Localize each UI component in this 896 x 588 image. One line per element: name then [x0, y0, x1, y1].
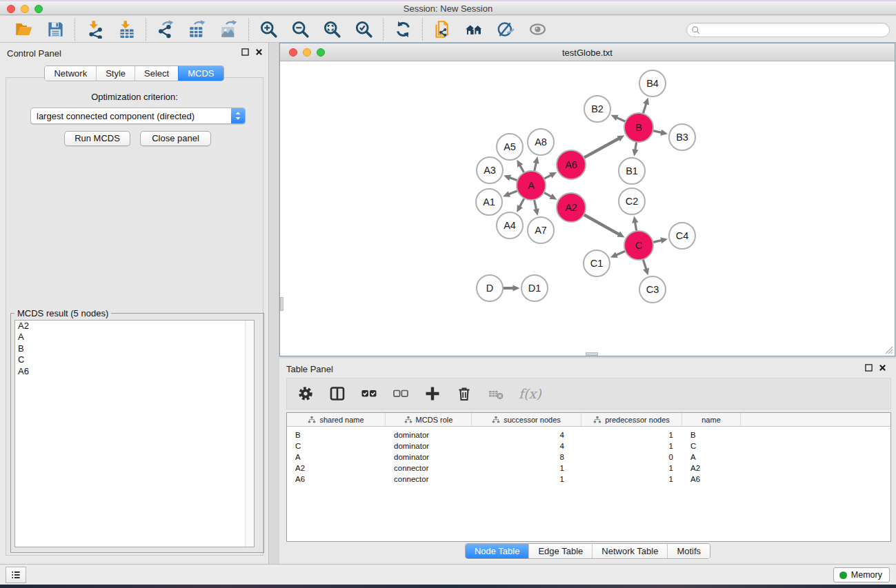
bottom-panel-grip[interactable] — [586, 352, 598, 356]
zoom-out-icon[interactable] — [289, 18, 311, 40]
export-table-icon[interactable] — [186, 18, 208, 40]
zoom-fit-icon[interactable] — [321, 18, 343, 40]
criterion-dropdown[interactable]: largest connected component (directed) — [30, 108, 246, 124]
hide-graphics-details-icon[interactable] — [495, 18, 517, 40]
table-cell[interactable]: A — [682, 453, 741, 461]
table-cell[interactable]: C — [682, 442, 741, 450]
edge-B-B4[interactable] — [644, 103, 646, 112]
node-label-B: B — [635, 122, 642, 133]
table-cell[interactable]: 1 — [581, 442, 682, 450]
table-cell[interactable]: C — [287, 442, 386, 450]
table-tab-edge-table[interactable]: Edge Table — [528, 544, 592, 558]
table-cell[interactable]: dominator — [386, 431, 472, 439]
table-cell[interactable]: dominator — [386, 453, 472, 461]
table-settings-gear-icon[interactable] — [297, 385, 315, 403]
table-close-panel-icon[interactable] — [879, 364, 886, 372]
show-graphics-details-icon[interactable] — [526, 18, 548, 40]
result-list-scrollbar[interactable] — [245, 321, 254, 547]
edge-A-A1[interactable] — [508, 191, 517, 194]
select-all-rows-icon[interactable] — [360, 385, 378, 403]
table-cell[interactable]: B — [287, 431, 386, 439]
float-panel-icon[interactable] — [241, 48, 249, 56]
table-cell[interactable]: A6 — [287, 475, 386, 483]
network-window-titlebar[interactable]: testGlobe.txt — [280, 43, 895, 61]
edge-A-A4[interactable] — [519, 199, 524, 207]
table-cell[interactable]: B — [682, 431, 741, 439]
table-cell[interactable]: 1 — [581, 475, 682, 483]
window-resize-grip[interactable] — [884, 345, 893, 354]
left-panel-grip[interactable] — [280, 297, 283, 311]
column-header-predecessor-nodes[interactable]: predecessor nodes — [581, 413, 682, 426]
table-row[interactable]: Cdominator41C — [287, 440, 890, 452]
table-float-panel-icon[interactable] — [865, 364, 873, 372]
export-network-icon[interactable] — [155, 18, 177, 40]
table-cell[interactable]: A6 — [682, 475, 741, 483]
memory-button[interactable]: Memory — [833, 567, 890, 582]
table-cell[interactable]: 4 — [472, 442, 581, 450]
delete-column-icon[interactable] — [487, 385, 505, 403]
run-mcds-button[interactable]: Run MCDS — [64, 131, 130, 146]
close-panel-icon[interactable] — [255, 48, 263, 56]
table-cell[interactable]: 1 — [472, 464, 581, 472]
search-input[interactable] — [701, 25, 889, 36]
table-cell[interactable]: 4 — [472, 431, 581, 439]
column-header-shared-name[interactable]: shared name — [287, 413, 386, 426]
column-visibility-icon[interactable] — [328, 385, 346, 403]
edge-C-C3[interactable] — [644, 260, 646, 270]
edge-A-A7[interactable] — [535, 201, 537, 210]
table-cell[interactable]: dominator — [386, 442, 472, 450]
table-cell[interactable]: 0 — [581, 453, 682, 461]
table-cell[interactable]: 1 — [472, 475, 581, 483]
add-column-icon[interactable] — [424, 385, 441, 403]
network-canvas[interactable]: B4B2BB3A5A8A6A3B1AA1C2A2A4A7C4CC1DD1C3 — [280, 62, 895, 356]
column-header-successor-nodes[interactable]: successor nodes — [472, 413, 581, 426]
edge-C-C1[interactable] — [615, 252, 624, 256]
edge-B-B2[interactable] — [616, 117, 625, 121]
result-item[interactable]: A — [15, 332, 254, 343]
edge-A2-C[interactable] — [585, 215, 620, 235]
tab-network[interactable]: Network — [45, 66, 96, 81]
result-item[interactable]: C — [15, 354, 254, 365]
table-cell[interactable]: connector — [386, 464, 472, 472]
table-tab-motifs[interactable]: Motifs — [667, 544, 710, 558]
table-tab-node-table[interactable]: Node Table — [466, 544, 529, 558]
close-panel-button[interactable]: Close panel — [140, 131, 211, 146]
refresh-view-icon[interactable] — [392, 18, 414, 40]
function-builder-fx-icon[interactable]: f(x) — [519, 385, 541, 403]
result-item[interactable]: A2 — [15, 321, 254, 332]
table-row[interactable]: A2connector11A2 — [287, 463, 890, 474]
open-session-icon[interactable] — [12, 18, 34, 40]
table-cell[interactable]: 1 — [581, 431, 682, 439]
result-item[interactable]: A6 — [15, 366, 254, 377]
result-item[interactable]: B — [15, 343, 254, 354]
table-tab-network-table[interactable]: Network Table — [592, 544, 667, 558]
delete-rows-trash-icon[interactable] — [455, 385, 473, 403]
import-table-icon[interactable] — [115, 18, 137, 40]
table-row[interactable]: Bdominator41B — [287, 429, 890, 440]
table-cell[interactable]: connector — [386, 475, 472, 483]
export-image-icon[interactable] — [218, 18, 240, 40]
save-session-icon[interactable] — [44, 18, 66, 40]
table-row[interactable]: A6connector11A6 — [287, 474, 890, 485]
table-cell[interactable]: A2 — [287, 464, 386, 472]
zoom-selected-icon[interactable] — [352, 18, 375, 40]
table-cell[interactable]: A — [287, 453, 386, 461]
table-cell[interactable]: 8 — [472, 453, 581, 461]
column-header-MCDS-role[interactable]: MCDS role — [386, 413, 472, 426]
table-cell[interactable]: A2 — [682, 464, 741, 472]
task-history-button[interactable] — [6, 567, 26, 583]
tab-mcds[interactable]: MCDS — [178, 66, 223, 81]
tab-style[interactable]: Style — [96, 66, 135, 81]
import-network-icon[interactable] — [83, 18, 106, 40]
zoom-in-icon[interactable] — [257, 18, 279, 40]
new-network-from-selection-icon[interactable] — [431, 18, 453, 40]
cybrowser-home-icon[interactable] — [463, 18, 485, 40]
table-cell[interactable]: 1 — [581, 464, 682, 472]
deselect-all-rows-icon[interactable] — [392, 385, 410, 403]
column-header-name[interactable]: name — [682, 413, 741, 426]
table-row[interactable]: Adominator80A — [287, 452, 890, 463]
search-field[interactable] — [686, 23, 890, 37]
mcds-result-list[interactable]: A2ABCA6 — [14, 320, 255, 547]
edge-A6-B[interactable] — [585, 138, 620, 157]
tab-select[interactable]: Select — [135, 66, 178, 81]
